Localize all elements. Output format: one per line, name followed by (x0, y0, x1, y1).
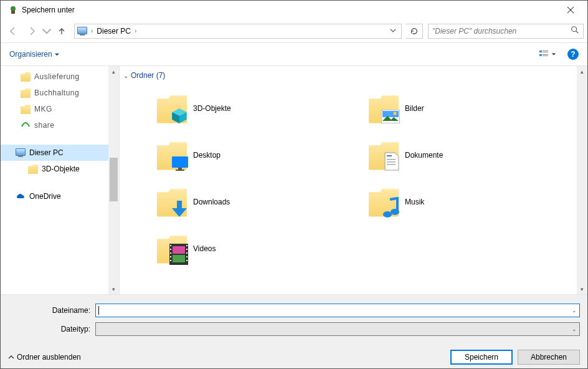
folder-icon (157, 234, 187, 264)
filename-label: Dateiname: (8, 306, 95, 315)
content-pane: ⌄ Ordner (7) 3D-ObjekteBilderDesktopDoku… (119, 66, 587, 294)
breadcrumb-bar[interactable]: › Dieser PC › (74, 24, 402, 39)
svg-rect-28 (170, 260, 171, 261)
scroll-thumb[interactable] (110, 158, 118, 201)
organize-label: Organisieren (9, 50, 52, 59)
tree-item[interactable]: share (1, 117, 108, 133)
cancel-button[interactable]: Abbrechen (518, 350, 580, 365)
back-button[interactable] (4, 22, 22, 40)
svg-rect-16 (387, 159, 396, 160)
svg-point-19 (383, 211, 392, 218)
folder-item[interactable]: Desktop (157, 132, 369, 178)
tree-label: MKG (34, 105, 52, 113)
chevron-down-icon[interactable]: ⌄ (572, 307, 577, 314)
up-button[interactable] (53, 22, 70, 40)
folder-item[interactable]: Musik (369, 178, 581, 225)
svg-rect-29 (186, 245, 187, 246)
onedrive-icon (16, 191, 26, 201)
filename-input[interactable]: ⌄ (95, 304, 580, 317)
scroll-up-icon[interactable]: ▴ (108, 66, 119, 77)
tree-item[interactable]: Auslieferung (1, 69, 108, 85)
pc-icon (77, 26, 87, 36)
view-options-button[interactable] (539, 49, 556, 59)
refresh-button[interactable] (405, 24, 423, 39)
svg-rect-5 (543, 52, 548, 52)
folder-grid: 3D-ObjekteBilderDesktopDokumenteDownload… (120, 85, 587, 294)
svg-rect-12 (172, 156, 188, 168)
scroll-down-icon[interactable]: ▾ (108, 284, 119, 294)
organize-menu[interactable]: Organisieren (9, 50, 60, 59)
chevron-right-icon[interactable]: › (135, 27, 136, 34)
folder-item[interactable]: Downloads (157, 178, 369, 225)
svg-rect-30 (186, 249, 187, 250)
svg-rect-1 (11, 11, 15, 14)
chevron-down-icon[interactable]: ⌄ (572, 326, 577, 332)
breadcrumb-dropdown[interactable] (387, 27, 399, 36)
search-icon[interactable] (571, 26, 579, 36)
svg-rect-22 (173, 246, 185, 254)
folder-item[interactable]: Bilder (369, 85, 581, 132)
filename-row: Dateiname: ⌄ (8, 304, 580, 317)
folder-icon (369, 187, 399, 217)
filetype-label: Dateityp: (8, 325, 95, 333)
svg-rect-15 (387, 155, 392, 156)
body: Auslieferung Buchhaltung MKG share Diese… (1, 65, 587, 294)
scroll-down-icon[interactable]: ▾ (577, 284, 587, 294)
help-button[interactable]: ? (567, 49, 579, 60)
tree-item-this-pc[interactable]: Dieser PC (1, 145, 108, 161)
svg-rect-8 (543, 55, 548, 56)
folder-item[interactable]: Videos (157, 225, 369, 272)
tree-label: Buchhaltung (34, 89, 79, 97)
filetype-row: Dateityp: ⌄ (8, 322, 580, 336)
folder-label: Dokumente (405, 151, 443, 160)
tree-item-3d-objects[interactable]: 3D-Objekte (1, 161, 108, 177)
save-button[interactable]: Speichern (450, 350, 513, 365)
close-button[interactable] (556, 1, 585, 19)
hide-folders-label: Ordner ausblenden (17, 353, 81, 362)
folder-label: Downloads (193, 198, 230, 206)
tree-item[interactable]: Buchhaltung (1, 85, 108, 101)
nav-tree: Auslieferung Buchhaltung MKG share Diese… (1, 66, 108, 294)
window-title: Speichern unter (22, 6, 556, 14)
svg-point-11 (394, 112, 397, 115)
folder-icon (28, 164, 38, 174)
folder-icon (157, 93, 187, 123)
recent-dropdown[interactable] (42, 22, 52, 40)
folder-item[interactable]: Dokumente (369, 132, 581, 178)
folder-label: Videos (193, 244, 216, 253)
hide-folders-button[interactable]: Ordner ausblenden (8, 353, 81, 362)
svg-rect-31 (186, 252, 187, 254)
tree-item-onedrive[interactable]: OneDrive (1, 188, 108, 204)
chevron-right-icon[interactable]: › (91, 27, 93, 34)
search-input[interactable] (432, 27, 571, 36)
titlebar: Speichern unter (1, 1, 587, 19)
svg-point-20 (391, 209, 399, 215)
svg-rect-27 (170, 256, 171, 257)
filetype-select[interactable]: ⌄ (95, 322, 580, 336)
svg-rect-3 (539, 50, 542, 52)
content-scrollbar[interactable]: ▴ ▾ (577, 66, 587, 294)
sidebar-scrollbar[interactable]: ▴ ▾ (108, 66, 119, 294)
scroll-up-icon[interactable]: ▴ (577, 66, 587, 77)
forward-button[interactable] (23, 22, 40, 40)
tree-label: Dieser PC (29, 148, 64, 157)
folder-item[interactable]: 3D-Objekte (157, 85, 369, 132)
svg-rect-23 (173, 255, 185, 262)
scroll-track[interactable] (108, 77, 119, 284)
svg-rect-7 (543, 54, 548, 55)
svg-point-2 (572, 27, 577, 32)
tree-label: share (34, 121, 55, 130)
chevron-up-icon (8, 354, 14, 360)
group-header-folders[interactable]: ⌄ Ordner (7) (120, 66, 587, 85)
svg-rect-25 (170, 249, 171, 250)
search-box[interactable] (428, 24, 584, 39)
breadcrumb-location[interactable]: Dieser PC (97, 27, 131, 36)
folder-icon (21, 72, 31, 82)
svg-rect-6 (539, 54, 542, 56)
folder-label: Desktop (193, 151, 220, 160)
svg-rect-13 (178, 168, 182, 170)
tree-item[interactable]: MKG (1, 101, 108, 117)
scroll-track[interactable] (577, 77, 587, 284)
svg-rect-14 (176, 170, 184, 171)
folder-label: Musik (405, 198, 424, 206)
